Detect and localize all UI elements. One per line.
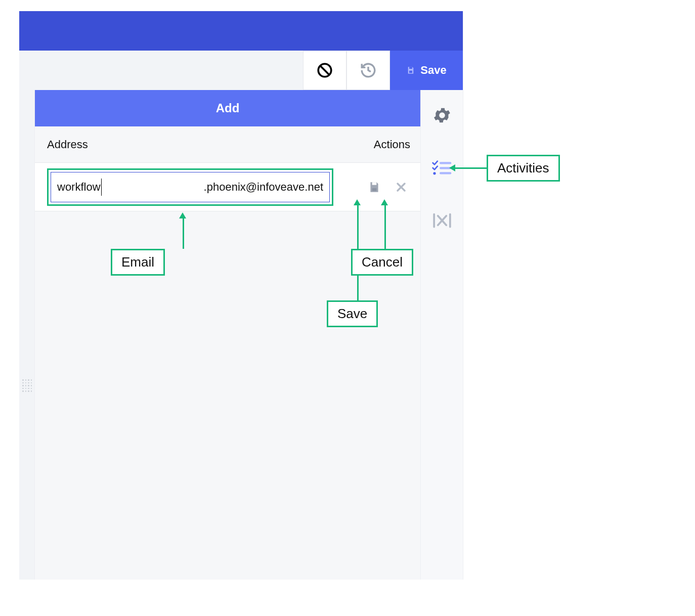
email-input[interactable]: workflow .phoenix@infoveave.net — [51, 172, 330, 202]
block-icon — [316, 62, 333, 79]
column-address: Address — [47, 138, 339, 151]
save-button-label: Save — [420, 64, 446, 77]
right-rail — [420, 90, 463, 580]
rail-abs-button[interactable] — [432, 210, 452, 231]
callout-arrowhead — [179, 212, 186, 218]
app-frame: Save Add Address Actions — [19, 11, 463, 580]
column-actions: Actions — [339, 138, 410, 151]
save-button[interactable]: Save — [390, 51, 463, 90]
grid-row: workflow .phoenix@infoveave.net — [35, 163, 420, 211]
history-icon — [360, 62, 377, 79]
gear-icon — [432, 105, 452, 125]
left-gutter — [19, 90, 34, 580]
callout-cancel: Cancel — [351, 249, 413, 276]
callout-arrowhead — [354, 199, 361, 205]
grid-header: Address Actions — [35, 126, 420, 163]
history-button[interactable] — [346, 51, 390, 90]
row-actions — [339, 181, 410, 194]
svg-rect-4 — [372, 188, 377, 191]
main-panel: Add Address Actions workflow .phoenix@in… — [34, 90, 420, 580]
email-suffix: .phoenix@infoveave.net — [204, 181, 323, 194]
drag-handle-icon[interactable] — [22, 379, 30, 392]
save-icon — [406, 66, 415, 75]
panel-header: Add — [35, 90, 420, 126]
page-toolbar: Save — [19, 51, 463, 90]
callout-arrow — [384, 204, 386, 249]
callout-email: Email — [111, 249, 165, 276]
row-cancel-icon[interactable] — [395, 181, 407, 193]
svg-rect-3 — [409, 71, 412, 73]
rail-settings-button[interactable] — [432, 105, 452, 125]
panel-header-label: Add — [216, 101, 240, 115]
content-row: Add Address Actions workflow .phoenix@in… — [19, 90, 463, 580]
svg-point-8 — [433, 172, 436, 174]
callout-save: Save — [327, 300, 378, 327]
email-prefix: workflow — [57, 181, 101, 194]
text-caret — [101, 179, 102, 196]
svg-rect-2 — [409, 67, 412, 69]
svg-rect-5 — [372, 182, 377, 185]
abs-icon — [432, 212, 452, 229]
block-button[interactable] — [303, 51, 346, 90]
svg-line-1 — [320, 66, 329, 75]
svg-rect-9 — [440, 162, 451, 164]
email-callout-outline: workflow .phoenix@infoveave.net — [47, 168, 333, 206]
callout-activities: Activities — [487, 155, 560, 182]
svg-rect-11 — [440, 172, 451, 174]
row-save-icon[interactable] — [368, 181, 381, 194]
callout-arrowhead — [381, 199, 388, 205]
callout-arrow — [454, 167, 487, 169]
callout-arrow — [183, 217, 184, 249]
callout-arrowhead — [449, 164, 455, 171]
app-top-bar — [19, 11, 463, 51]
